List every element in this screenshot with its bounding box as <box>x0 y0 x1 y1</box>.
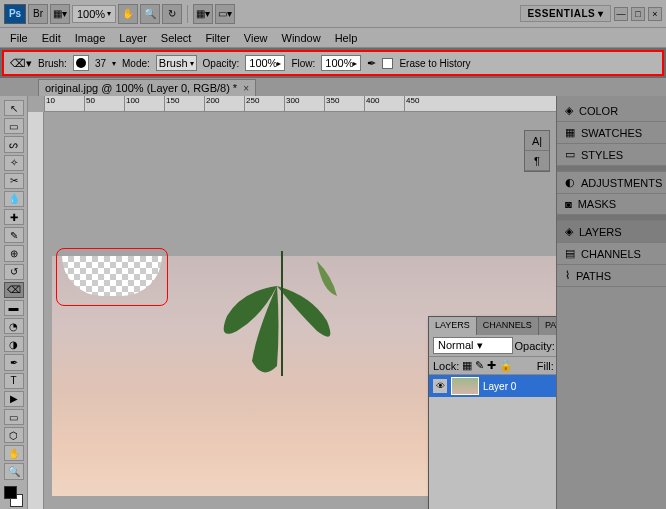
panel-layers[interactable]: ◈LAYERS <box>557 221 666 243</box>
panel-paths[interactable]: ⌇PATHS <box>557 265 666 287</box>
tab-channels[interactable]: CHANNELS <box>477 317 539 335</box>
mode-label: Mode: <box>122 58 150 69</box>
panel-channels[interactable]: ▤CHANNELS <box>557 243 666 265</box>
menu-select[interactable]: Select <box>161 32 192 44</box>
type-tool-icon[interactable]: T <box>4 373 24 389</box>
tab-close-icon[interactable]: × <box>243 83 249 94</box>
highlight-annotation <box>56 248 168 306</box>
brush-tool-icon[interactable]: ✎ <box>4 227 24 243</box>
fill-label: Fill: <box>537 360 554 372</box>
rotate-view-icon[interactable]: ↻ <box>162 4 182 24</box>
blur-tool-icon[interactable]: ◔ <box>4 318 24 334</box>
brush-size: 37 <box>95 58 106 69</box>
menu-help[interactable]: Help <box>335 32 358 44</box>
tab-layers[interactable]: LAYERS <box>429 317 477 335</box>
panel-masks[interactable]: ◙MASKS <box>557 194 666 215</box>
gradient-tool-icon[interactable]: ▬ <box>4 300 24 316</box>
lock-all-icon[interactable]: 🔒 <box>499 359 513 372</box>
photoshop-logo[interactable]: Ps <box>4 4 26 24</box>
lock-position-icon[interactable]: ✚ <box>487 359 496 372</box>
ruler-horizontal: 1050100150200250300350400450 <box>44 96 556 112</box>
mode-select[interactable]: Brush▾ <box>156 55 197 71</box>
zoom-tool-icon[interactable]: 🔍 <box>140 4 160 24</box>
panel-tabs: LAYERS CHANNELS PATHS ▸≡ <box>429 317 556 335</box>
zoom-tool-icon[interactable]: 🔍 <box>4 463 24 479</box>
erase-history-checkbox[interactable] <box>382 58 393 69</box>
opacity-input[interactable]: 100%▸ <box>245 55 285 71</box>
panel-styles[interactable]: ▭STYLES <box>557 144 666 166</box>
3d-tool-icon[interactable]: ⬡ <box>4 427 24 443</box>
minimize-button[interactable]: — <box>614 7 628 21</box>
blend-mode-select[interactable]: Normal ▾ <box>433 337 513 354</box>
maximize-button[interactable]: □ <box>631 7 645 21</box>
lock-transparency-icon[interactable]: ▦ <box>462 359 472 372</box>
layer-opacity-label: Opacity: <box>515 340 555 352</box>
magic-wand-tool-icon[interactable]: ✧ <box>4 155 24 171</box>
hand-tool-icon[interactable]: ✋ <box>118 4 138 24</box>
menu-image[interactable]: Image <box>75 32 106 44</box>
document-tab[interactable]: original.jpg @ 100% (Layer 0, RGB/8) * × <box>38 79 256 96</box>
screen-mode-icon[interactable]: ▭▾ <box>215 4 235 24</box>
close-button[interactable]: × <box>648 7 662 21</box>
marquee-tool-icon[interactable]: ▭ <box>4 118 24 134</box>
arrange-docs-icon[interactable]: ▦▾ <box>193 4 213 24</box>
dodge-tool-icon[interactable]: ◑ <box>4 336 24 352</box>
panel-color[interactable]: ◈COLOR <box>557 100 666 122</box>
pen-tool-icon[interactable]: ✒ <box>4 354 24 370</box>
layer-row[interactable]: 👁 Layer 0 <box>429 375 556 397</box>
healing-brush-tool-icon[interactable]: ✚ <box>4 209 24 225</box>
clone-stamp-tool-icon[interactable]: ⊕ <box>4 245 24 261</box>
opacity-label: Opacity: <box>203 58 240 69</box>
lock-pixels-icon[interactable]: ✎ <box>475 359 484 372</box>
brush-label: Brush: <box>38 58 67 69</box>
tab-paths[interactable]: PATHS <box>539 317 556 335</box>
flow-input[interactable]: 100%▸ <box>321 55 361 71</box>
crop-tool-icon[interactable]: ✂ <box>4 173 24 189</box>
lasso-tool-icon[interactable]: ᔕ <box>4 136 24 152</box>
shape-tool-icon[interactable]: ▭ <box>4 409 24 425</box>
path-selection-tool-icon[interactable]: ▶ <box>4 391 24 407</box>
menu-edit[interactable]: Edit <box>42 32 61 44</box>
eyedropper-tool-icon[interactable]: 💧 <box>4 191 24 207</box>
right-panel-dock: ◈COLOR▦SWATCHES▭STYLES◐ADJUSTMENTS◙MASKS… <box>556 96 666 509</box>
airbrush-icon[interactable]: ✒ <box>367 57 376 70</box>
brush-preview[interactable] <box>73 55 89 71</box>
paragraph-panel-icon[interactable]: ¶ <box>525 151 549 171</box>
divider <box>187 5 188 23</box>
erase-history-label: Erase to History <box>399 58 470 69</box>
menu-filter[interactable]: Filter <box>205 32 229 44</box>
visibility-toggle-icon[interactable]: 👁 <box>433 379 447 393</box>
eraser-tool-icon[interactable]: ⌫ <box>4 282 24 298</box>
layer-thumbnail[interactable] <box>451 377 479 395</box>
lock-label: Lock: <box>433 360 459 372</box>
menu-layer[interactable]: Layer <box>119 32 147 44</box>
ruler-vertical <box>28 112 44 509</box>
brush-dropdown-icon[interactable]: ▾ <box>112 59 116 68</box>
menu-bar: FileEditImageLayerSelectFilterViewWindow… <box>0 28 666 48</box>
tools-panel: ↖ ▭ ᔕ ✧ ✂ 💧 ✚ ✎ ⊕ ↺ ⌫ ▬ ◔ ◑ ✒ T ▶ ▭ ⬡ ✋ … <box>0 96 28 509</box>
workspace-switcher[interactable]: ESSENTIALS ▾ <box>520 5 611 22</box>
move-tool-icon[interactable]: ↖ <box>4 100 24 116</box>
flow-label: Flow: <box>291 58 315 69</box>
collapsed-panel-dock: A| ¶ <box>524 130 550 172</box>
tool-options-bar: ⌫▾ Brush: 37 ▾ Mode: Brush▾ Opacity: 100… <box>2 50 664 76</box>
document-tab-bar: original.jpg @ 100% (Layer 0, RGB/8) * × <box>0 78 666 96</box>
hand-tool-icon[interactable]: ✋ <box>4 445 24 461</box>
menu-window[interactable]: Window <box>282 32 321 44</box>
tab-title: original.jpg @ 100% (Layer 0, RGB/8) * <box>45 82 237 94</box>
character-panel-icon[interactable]: A| <box>525 131 549 151</box>
color-swatch[interactable] <box>4 486 24 505</box>
layer-name[interactable]: Layer 0 <box>483 381 516 392</box>
leaf-image <box>202 246 362 396</box>
panel-adjustments[interactable]: ◐ADJUSTMENTS <box>557 172 666 194</box>
layers-panel[interactable]: LAYERS CHANNELS PATHS ▸≡ Normal ▾ Opacit… <box>428 316 556 509</box>
zoom-level[interactable]: 100%▾ <box>72 5 116 23</box>
menu-file[interactable]: File <box>10 32 28 44</box>
menu-view[interactable]: View <box>244 32 268 44</box>
layer-list: 👁 Layer 0 <box>429 375 556 509</box>
panel-swatches[interactable]: ▦SWATCHES <box>557 122 666 144</box>
eraser-tool-icon[interactable]: ⌫▾ <box>10 57 32 70</box>
history-brush-tool-icon[interactable]: ↺ <box>4 264 24 280</box>
bridge-button[interactable]: Br <box>28 4 48 24</box>
layout-menu-icon[interactable]: ▦▾ <box>50 4 70 24</box>
